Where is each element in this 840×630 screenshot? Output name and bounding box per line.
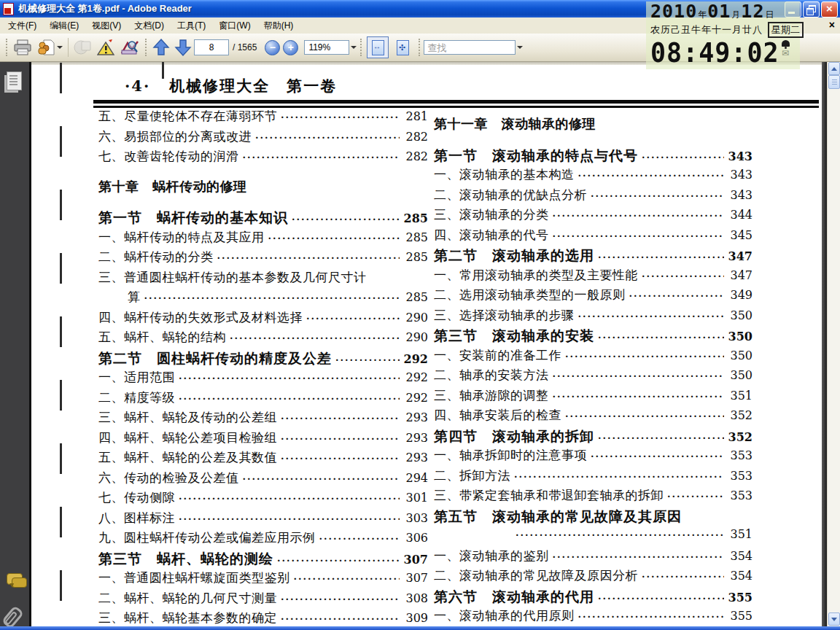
zoom-in-button[interactable]: +: [283, 40, 298, 55]
toc-entry-text: 三、选择滚动轴承的步骤: [434, 307, 575, 324]
clock-month-unit: 月: [731, 9, 740, 21]
toc-entry-text: 第三节 蜗杆、蜗轮的测绘: [98, 550, 273, 569]
toc-entry: 第二节 滚动轴承的选用347: [434, 246, 752, 267]
dot-leader: [642, 571, 724, 582]
toc-entry: 第一节 蜗杆传动的基本知识285: [98, 209, 428, 229]
next-page-button[interactable]: [172, 36, 194, 58]
toc-page-number: 347: [728, 249, 752, 263]
menu-view[interactable]: 视图(V): [85, 18, 128, 34]
dot-leader: [281, 594, 400, 604]
dot-leader: [514, 471, 724, 482]
dot-leader: [294, 573, 400, 584]
toc-entry: 三、选择滚动轴承的步骤350: [434, 307, 752, 327]
warning-button[interactable]: [95, 36, 118, 58]
toc-entry: 二、精度等级292: [98, 389, 428, 410]
menu-tools[interactable]: 工具(T): [171, 18, 212, 34]
toc-entry: 一、滚动轴承的基本构造343: [434, 166, 752, 187]
dot-leader: [578, 611, 725, 622]
chart-magnifier-icon: [120, 39, 139, 56]
scan-dash-mark: [60, 380, 62, 411]
vertical-scrollbar[interactable]: [827, 61, 840, 626]
restore-button[interactable]: [803, 1, 820, 18]
toc-entry-text: 第十章 蜗杆传动的修理: [98, 178, 247, 195]
menu-file[interactable]: 文件(F): [1, 18, 43, 34]
toc-entry-text: 一、常用滚动轴承的类型及主要性能: [434, 267, 638, 284]
toc-page-number: 352: [728, 408, 752, 422]
fit-page-button[interactable]: [392, 36, 413, 58]
comments-panel-icon[interactable]: [7, 573, 23, 585]
close-document-icon[interactable]: [829, 19, 835, 31]
dot-leader: [553, 551, 725, 562]
scroll-up-button[interactable]: [828, 62, 840, 75]
print-button[interactable]: [11, 36, 34, 58]
toc-entry: 一、适用范围292: [98, 369, 428, 389]
page-number-input[interactable]: [194, 39, 229, 55]
menu-document[interactable]: 文档(D): [128, 18, 171, 34]
find-input[interactable]: [424, 40, 516, 55]
toc-entry-text: 第十一章 滚动轴承的修理: [434, 115, 596, 133]
scroll-down-button[interactable]: [828, 612, 840, 626]
review-comment-button[interactable]: [34, 36, 65, 58]
navigation-panel: [0, 61, 31, 626]
toc-entry-text: 四、轴承安装后的检查: [434, 407, 561, 424]
toc-page-number: 290: [403, 330, 428, 344]
toc-entry-text: 二、选用滚动轴承类型的一般原则: [434, 287, 626, 303]
window-bottom-border: [0, 626, 840, 630]
toc-entry: 九、圆柱蜗杆传动公差或偏差应用示例306: [98, 529, 428, 550]
toc-entry: 四、滚动轴承的代号345: [434, 227, 752, 247]
close-button[interactable]: [821, 1, 838, 18]
scan-dash-mark: [60, 570, 62, 601]
dot-leader: [179, 393, 400, 404]
dot-leader: [179, 373, 400, 384]
dot-leader: [281, 613, 400, 624]
lunar-date-label: 农历己丑牛年十一月廿八: [650, 23, 763, 36]
previous-page-button[interactable]: [150, 36, 172, 58]
toc-entry-text: 三、蜗杆、蜗轮基本参数的确定: [98, 610, 277, 626]
toc-entry-text: 第一节 滚动轴承的特点与代号: [434, 147, 638, 166]
dot-leader: [516, 529, 724, 540]
pages-panel-icon[interactable]: [7, 71, 22, 90]
analysis-button[interactable]: [118, 36, 141, 58]
main-area: ·4· 机械修理大全 第一卷 五、尽量使轮体不存在薄弱环节281六、易损部位的分…: [0, 61, 840, 626]
toc-entry: 二、选用滚动轴承类型的一般原则349: [434, 287, 752, 307]
zoom-level-value: 119%: [308, 42, 330, 52]
clock-lunar-row: 农历己丑牛年十一月廿八 星期二: [650, 22, 796, 38]
toc-entry-text: 五、蜗杆、蜗轮的结构: [98, 329, 226, 346]
dot-leader: [268, 233, 400, 244]
toc-entry: 第三节 蜗杆、蜗轮的测绘307: [98, 550, 428, 570]
toc-entry-text: 第五节 滚动轴承的常见故障及其原因: [434, 508, 682, 526]
toc-page-number: 293: [403, 431, 428, 445]
dot-leader: [144, 292, 400, 303]
arrow-up-icon: [152, 38, 170, 57]
toc-page-number: 292: [403, 352, 428, 366]
toc-page-number: 309: [403, 611, 428, 625]
toc-entry: 六、传动的检验及公差值294: [98, 470, 428, 490]
desktop-clock-widget: 2010 年 01 月 12 日 农历己丑牛年十一月廿八 星期二 08:49:0…: [646, 1, 800, 69]
menu-edit[interactable]: 编辑(E): [43, 18, 85, 34]
dot-leader: [578, 170, 725, 181]
toc-page-number: 285: [403, 250, 428, 264]
dropdown-caret-icon: [57, 46, 63, 49]
toc-entry: 351: [434, 527, 752, 548]
zoom-level-combobox[interactable]: 119%: [304, 40, 349, 55]
printer-icon: [13, 39, 32, 56]
fit-width-button[interactable]: [367, 36, 389, 58]
zoom-dropdown-caret-icon[interactable]: [351, 46, 357, 49]
find-dropdown-caret-icon[interactable]: [517, 46, 523, 49]
arrow-down-icon: [174, 38, 192, 57]
toc-entry-text: 二、滚动轴承的常见故障及原因分析: [434, 567, 638, 584]
toc-page-number: 292: [403, 391, 428, 405]
dot-leader: [281, 112, 400, 122]
menu-help[interactable]: 帮助(H): [257, 18, 300, 34]
toc-page-number: 351: [728, 527, 752, 541]
toc-page-number: 307: [403, 553, 428, 567]
toc-page-number: 285: [403, 230, 428, 244]
toc-entry: 第五节 滚动轴承的常见故障及其原因: [434, 508, 752, 528]
dot-leader: [553, 210, 725, 221]
dot-leader: [642, 152, 724, 163]
menu-window[interactable]: 窗口(W): [212, 18, 257, 34]
scrollbar-thumb[interactable]: [828, 75, 840, 89]
toc-page-number: 282: [403, 130, 428, 144]
toc-entry-text: 二、拆卸方法: [434, 467, 510, 484]
zoom-out-button[interactable]: −: [265, 40, 280, 55]
